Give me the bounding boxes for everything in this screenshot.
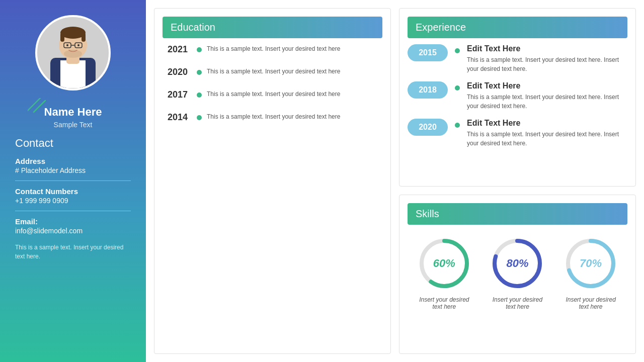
svg-point-13 xyxy=(64,50,82,58)
contact-numbers-label: Contact Numbers xyxy=(15,187,131,196)
experience-list: 2015 Edit Text Here This is a sample tex… xyxy=(408,44,627,148)
svg-point-11 xyxy=(66,44,68,46)
svg-rect-6 xyxy=(60,33,64,42)
decorative-lines xyxy=(28,98,53,113)
skill-label: Insert your desiredtext here xyxy=(419,296,469,310)
divider-1 xyxy=(15,180,131,181)
address-label: Address xyxy=(15,157,131,165)
exp-year-badge: 2015 xyxy=(408,44,448,61)
timeline-year: 2021 xyxy=(168,44,192,55)
experience-item: 2020 Edit Text Here This is a sample tex… xyxy=(408,119,627,148)
sidebar: Name Here Sample Text Contact Address # … xyxy=(0,0,146,362)
skill-percentage: 80% xyxy=(506,257,528,270)
skill-label: Insert your desiredtext here xyxy=(566,296,615,310)
timeline-year: 2017 xyxy=(168,89,192,100)
exp-title: Edit Text Here xyxy=(467,44,627,53)
skill-item: 70% Insert your desiredtext here xyxy=(563,236,618,310)
subtitle-display: Sample Text xyxy=(44,121,102,129)
experience-panel: Experience 2015 Edit Text Here This is a… xyxy=(399,8,636,187)
skills-container: 60% Insert your desiredtext here 80% Ins… xyxy=(408,231,627,315)
timeline-item: 2020 This is a sample text. Insert your … xyxy=(168,67,382,77)
exp-dot xyxy=(455,123,460,128)
exp-title: Edit Text Here xyxy=(467,81,627,90)
skill-circle: 80% xyxy=(490,236,545,291)
address-value: # Placeholder Address xyxy=(15,166,131,174)
timeline-text: This is a sample text. Insert your desir… xyxy=(207,44,340,53)
exp-year-badge: 2020 xyxy=(408,119,448,136)
skill-percentage: 60% xyxy=(433,257,455,270)
svg-rect-7 xyxy=(82,33,86,42)
exp-dot xyxy=(455,48,460,53)
exp-dot xyxy=(455,85,460,90)
svg-rect-2 xyxy=(60,60,86,88)
education-panel: Education 2021 This is a sample text. In… xyxy=(154,8,391,354)
exp-content: Edit Text Here This is a sample text. In… xyxy=(467,119,627,148)
email-label: Email: xyxy=(15,217,131,226)
skill-label: Insert your desiredtext here xyxy=(493,296,542,310)
education-header: Education xyxy=(163,17,382,38)
experience-item: 2018 Edit Text Here This is a sample tex… xyxy=(408,81,627,111)
timeline-year: 2014 xyxy=(168,112,192,123)
experience-header: Experience xyxy=(408,17,627,38)
exp-description: This is a sample text. Insert your desir… xyxy=(467,55,627,73)
exp-description: This is a sample text. Insert your desir… xyxy=(467,93,627,111)
svg-line-14 xyxy=(28,98,40,111)
exp-content: Edit Text Here This is a sample text. In… xyxy=(467,81,627,111)
timeline-dot xyxy=(197,70,202,75)
skill-circle: 60% xyxy=(417,236,472,291)
experience-item: 2015 Edit Text Here This is a sample tex… xyxy=(408,44,627,73)
timeline-text: This is a sample text. Insert your desir… xyxy=(207,112,340,121)
email-value: info@slidemodel.com xyxy=(15,227,131,235)
timeline-item: 2021 This is a sample text. Insert your … xyxy=(168,44,382,55)
contact-title: Contact xyxy=(15,137,131,150)
timeline-dot xyxy=(197,115,202,120)
timeline-dot xyxy=(197,93,202,98)
exp-description: This is a sample text. Insert your desir… xyxy=(467,130,627,148)
skill-item: 60% Insert your desiredtext here xyxy=(417,236,472,310)
contact-numbers-value: +1 999 999 0909 xyxy=(15,197,131,205)
skill-percentage: 70% xyxy=(580,257,602,270)
timeline-item: 2014 This is a sample text. Insert your … xyxy=(168,112,382,123)
timeline-item: 2017 This is a sample text. Insert your … xyxy=(168,89,382,100)
footer-text: This is a sample text. Insert your desir… xyxy=(15,243,131,261)
svg-point-12 xyxy=(77,44,79,46)
skill-circle: 70% xyxy=(563,236,618,291)
education-timeline: 2021 This is a sample text. Insert your … xyxy=(163,44,382,123)
timeline-dot xyxy=(197,47,202,52)
exp-title: Edit Text Here xyxy=(467,119,627,128)
skills-header: Skills xyxy=(408,203,627,225)
divider-2 xyxy=(15,211,131,211)
timeline-year: 2020 xyxy=(168,67,192,77)
timeline-text: This is a sample text. Insert your desir… xyxy=(207,67,340,76)
skills-panel: Skills 60% Insert your desiredtext here … xyxy=(399,195,636,354)
exp-content: Edit Text Here This is a sample text. In… xyxy=(467,44,627,73)
main-content: Education 2021 This is a sample text. In… xyxy=(146,0,644,362)
timeline-text: This is a sample text. Insert your desir… xyxy=(207,89,340,99)
skill-item: 80% Insert your desiredtext here xyxy=(490,236,545,310)
contact-section: Contact Address # Placeholder Address Co… xyxy=(10,137,136,261)
avatar xyxy=(35,15,111,90)
exp-year-badge: 2018 xyxy=(408,81,448,99)
